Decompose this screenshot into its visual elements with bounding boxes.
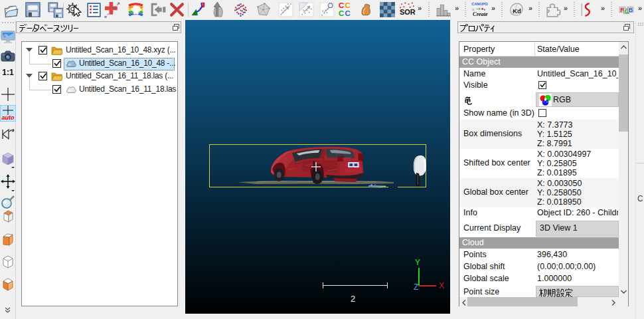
svg-text:Kd: Kd: [513, 8, 521, 15]
svg-text:B: B: [629, 7, 633, 13]
svg-text:SOR: SOR: [400, 8, 416, 16]
svg-text:CANUPO: CANUPO: [471, 2, 488, 6]
svg-text:C: C: [339, 9, 344, 17]
svg-text:C: C: [345, 9, 350, 17]
svg-text:⚙: ⚙: [472, 8, 475, 11]
svg-text:C: C: [339, 1, 344, 9]
svg-text:C: C: [345, 1, 350, 9]
svg-text:Create: Create: [473, 11, 488, 17]
